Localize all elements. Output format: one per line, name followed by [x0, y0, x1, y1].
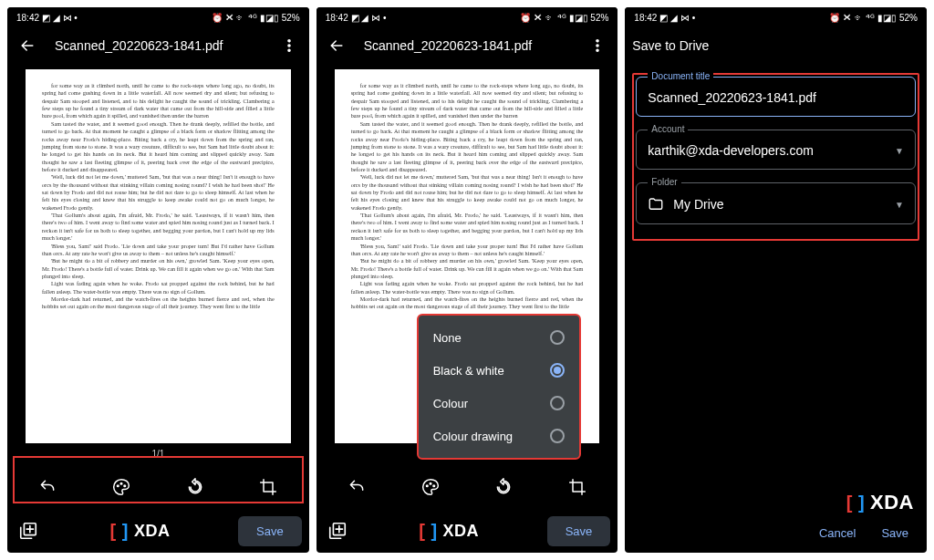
- doc-para: Sam tasted the water, and it seemed good…: [42, 120, 275, 174]
- radio-selected-icon: [550, 363, 565, 378]
- more-vert-icon[interactable]: [276, 33, 302, 58]
- color-option-drawing[interactable]: Colour drawing: [419, 420, 579, 452]
- color-option-colour[interactable]: Colour: [419, 387, 579, 420]
- color-option-bw[interactable]: Black & white: [419, 354, 579, 387]
- app-bar: Scanned_20220623-1841.pdf: [317, 27, 618, 64]
- brand-text: XDA: [443, 522, 480, 541]
- folder-field[interactable]: Folder My Drive ▼: [636, 182, 916, 224]
- svg-point-8: [597, 45, 598, 47]
- option-label: Black & white: [433, 364, 504, 378]
- document-title-input[interactable]: [648, 90, 904, 105]
- option-label: Colour drawing: [433, 430, 513, 443]
- add-page-icon[interactable]: [15, 517, 42, 544]
- doc-para: Light was fading again when he woke. Fro…: [42, 280, 275, 296]
- app-bar: Scanned_20220623-1841.pdf: [7, 27, 309, 64]
- status-right-icons: ⏰ ✕ ᯤ ⁴ᴳ ▮◪▯ 52%: [520, 13, 608, 23]
- drive-header-title: Save to Drive: [632, 38, 919, 53]
- back-arrow-icon[interactable]: [324, 33, 349, 58]
- field-label: Folder: [648, 177, 680, 187]
- color-option-none[interactable]: None: [419, 321, 579, 354]
- doc-para: Mordor-dark had returned, and the watch-…: [351, 296, 584, 311]
- svg-point-2: [288, 49, 290, 51]
- scan-preview: for some way as it climbed north, until …: [7, 64, 309, 465]
- doc-para: 'Bless you, Sam!' said Frodo. 'Lie down …: [351, 243, 584, 258]
- form-highlight: Document title Account karthik@xda-devel…: [632, 73, 919, 241]
- brand-text: XDA: [870, 491, 914, 514]
- status-right-icons: ⏰ ✕ ᯤ ⁴ᴳ ▮◪▯ 52%: [829, 13, 918, 23]
- svg-point-1: [288, 45, 290, 47]
- phone-screen-editor: 18:42 ◩ ◢ ⋈ • ⏰ ✕ ᯤ ⁴ᴳ ▮◪▯ 52% Scanned_2…: [7, 7, 309, 553]
- doc-para: 'That Gollum's about again, I'm afraid, …: [42, 212, 275, 242]
- phone-screen-save-drive: 18:42 ◩ ◢ ⋈ • ⏰ ✕ ᯤ ⁴ᴳ ▮◪▯ 52% Save to D…: [625, 7, 927, 553]
- account-value: karthik@xda-developers.com: [648, 143, 886, 158]
- status-left-icons: ◩ ◢ ⋈ •: [42, 13, 78, 23]
- crop-icon[interactable]: [565, 474, 590, 500]
- phone-screen-color-menu: 18:42 ◩ ◢ ⋈ • ⏰ ✕ ᯤ ⁴ᴳ ▮◪▯ 52% Scanned_2…: [317, 7, 618, 553]
- doc-para: for some way as it climbed north, until …: [42, 82, 275, 120]
- doc-para: Mordor-dark had returned, and the watch-…: [42, 296, 275, 311]
- folder-value: My Drive: [673, 197, 886, 212]
- save-button[interactable]: Save: [547, 516, 611, 546]
- svg-point-9: [597, 49, 598, 51]
- doc-para: 'But he might do a bit of robbery and mu…: [351, 257, 584, 280]
- status-bar: 18:42 ◩ ◢ ⋈ • ⏰ ✕ ᯤ ⁴ᴳ ▮◪▯ 52%: [7, 7, 309, 27]
- rotate-icon[interactable]: [491, 474, 516, 500]
- doc-para: 'Well, luck did not let me down,' mutter…: [42, 173, 275, 212]
- option-label: None: [433, 331, 462, 345]
- option-label: Colour: [433, 397, 468, 410]
- app-bar: Save to Drive: [625, 27, 927, 64]
- status-bar: 18:42 ◩ ◢ ⋈ • ⏰ ✕ ᯤ ⁴ᴳ ▮◪▯ 52%: [317, 7, 618, 27]
- edit-toolbar: [317, 465, 618, 509]
- svg-point-0: [288, 40, 290, 42]
- status-left-icons: ◩ ◢ ⋈ •: [659, 13, 695, 23]
- document-title-field[interactable]: Document title: [636, 77, 916, 117]
- scanned-page: for some way as it climbed north, until …: [26, 69, 291, 443]
- radio-icon: [550, 396, 565, 410]
- status-left-icons: ◩ ◢ ⋈ •: [351, 13, 387, 23]
- svg-point-7: [597, 40, 598, 42]
- xda-watermark: []XDA: [110, 521, 171, 542]
- status-time: 18:42: [634, 13, 657, 23]
- add-page-icon[interactable]: [324, 517, 351, 544]
- xda-watermark: []XDA: [846, 491, 914, 514]
- svg-point-12: [433, 485, 435, 487]
- drive-form: Document title Account karthik@xda-devel…: [625, 64, 927, 250]
- drive-folder-icon: [648, 196, 664, 213]
- doc-para: 'Bless you, Sam!' said Frodo. 'Lie down …: [42, 243, 275, 258]
- bottom-bar: []XDA Save: [7, 509, 309, 553]
- drive-actions: Cancel Save: [625, 513, 927, 553]
- radio-icon: [550, 429, 565, 443]
- drive-save-button[interactable]: Save: [881, 526, 908, 540]
- svg-point-10: [426, 485, 428, 487]
- bottom-bar: []XDA Save: [317, 509, 618, 553]
- document-title: Scanned_20220623-1841.pdf: [364, 38, 571, 53]
- doc-para: Light was fading again when he woke. Fro…: [351, 280, 584, 296]
- toolbar-highlight: [13, 456, 304, 503]
- chevron-down-icon: ▼: [895, 146, 904, 156]
- status-time: 18:42: [326, 13, 348, 23]
- document-title: Scanned_20220623-1841.pdf: [55, 38, 262, 53]
- doc-para: Sam tasted the water, and it seemed good…: [351, 120, 584, 174]
- brand-text: XDA: [134, 522, 171, 541]
- doc-para: 'But he might do a bit of robbery and mu…: [42, 257, 275, 280]
- back-arrow-icon[interactable]: [15, 33, 40, 58]
- color-mode-popup: None Black & white Colour Colour drawing: [417, 314, 581, 460]
- svg-point-11: [430, 482, 431, 484]
- xda-watermark: []XDA: [419, 521, 479, 542]
- account-field[interactable]: Account karthik@xda-developers.com ▼: [636, 130, 916, 170]
- chevron-down-icon: ▼: [895, 200, 904, 210]
- status-right-icons: ⏰ ✕ ᯤ ⁴ᴳ ▮◪▯ 52%: [212, 13, 300, 23]
- doc-para: for some way as it climbed north, until …: [351, 82, 584, 120]
- field-label: Account: [648, 124, 688, 134]
- status-bar: 18:42 ◩ ◢ ⋈ • ⏰ ✕ ᯤ ⁴ᴳ ▮◪▯ 52%: [625, 7, 927, 27]
- save-button[interactable]: Save: [238, 516, 302, 546]
- cancel-button[interactable]: Cancel: [819, 526, 856, 540]
- undo-icon[interactable]: [344, 474, 369, 500]
- doc-para: 'That Gollum's about again, I'm afraid, …: [351, 212, 584, 242]
- more-vert-icon[interactable]: [585, 33, 610, 58]
- doc-para: 'Well, luck did not let me down,' mutter…: [351, 173, 584, 212]
- radio-icon: [550, 330, 565, 345]
- field-label: Document title: [648, 71, 713, 81]
- palette-icon[interactable]: [418, 474, 443, 500]
- status-time: 18:42: [16, 13, 39, 23]
